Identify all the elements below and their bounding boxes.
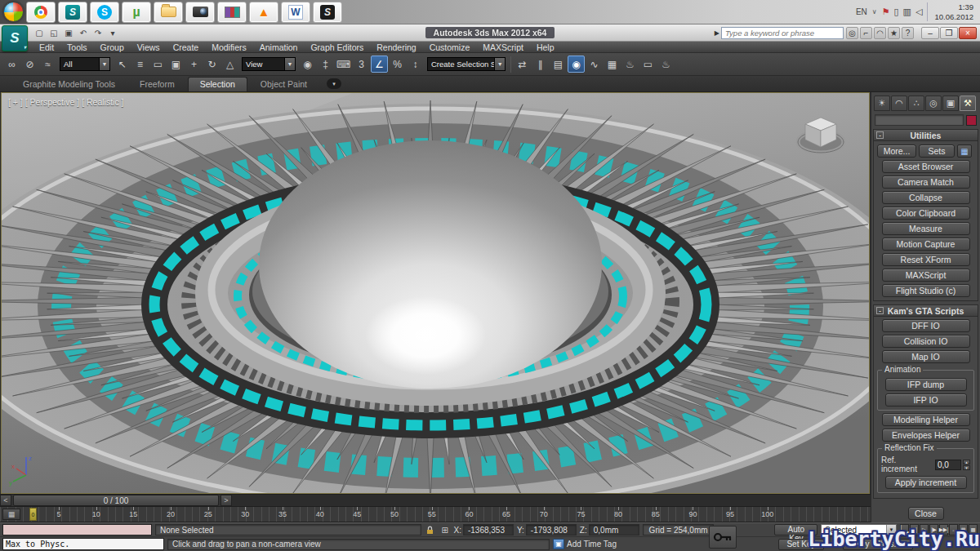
selection-lock-icon[interactable] xyxy=(425,524,436,535)
time-slider-track[interactable] xyxy=(232,495,871,506)
select-and-rotate-icon[interactable]: ↻ xyxy=(203,56,220,73)
curve-editor-icon[interactable]: ∿ xyxy=(586,56,603,73)
spinner-snap-icon[interactable]: ↕ xyxy=(407,56,424,73)
collapse-icon[interactable]: - xyxy=(876,307,884,314)
menu-item[interactable]: Graph Editors xyxy=(304,42,370,52)
search-binoculars-icon[interactable]: ◎ xyxy=(846,27,858,39)
ribbon-options-icon[interactable]: ▾ xyxy=(327,78,341,89)
reference-coordinate-dropdown[interactable]: View▼ xyxy=(242,57,296,71)
minimize-button[interactable]: – xyxy=(921,27,939,39)
application-menu-button[interactable]: S ▾ xyxy=(2,25,28,51)
maxscript-mini-listener-input[interactable]: Max to Physc. xyxy=(2,538,164,550)
rendered-frame-icon[interactable]: ▭ xyxy=(639,56,657,73)
restore-button[interactable]: ❐ xyxy=(940,27,958,39)
utilities-rollout-header[interactable]: - Utilities xyxy=(874,130,978,141)
window-crossing-icon[interactable]: ▣ xyxy=(167,56,185,73)
maxscript-mini-listener[interactable] xyxy=(2,524,152,535)
prev-frame-arrow[interactable]: < xyxy=(0,495,11,506)
modify-tab[interactable]: ◠ xyxy=(891,96,907,111)
open-icon[interactable]: ◱ xyxy=(47,27,60,39)
render-setup-icon[interactable]: ♨ xyxy=(621,56,639,73)
close-utility-button[interactable]: Close xyxy=(908,507,944,520)
help-icon[interactable]: ? xyxy=(902,27,914,39)
align-icon[interactable]: ∥ xyxy=(532,56,549,73)
absolute-mode-icon[interactable]: ⊞ xyxy=(439,524,451,535)
utility-button[interactable]: Collapse xyxy=(882,191,970,204)
language-indicator[interactable]: EN xyxy=(856,7,867,16)
object-color-swatch[interactable] xyxy=(966,115,977,126)
z-coordinate-field[interactable]: 0,0mm xyxy=(589,524,639,535)
utility-button[interactable]: Flight Studio (c) xyxy=(882,284,970,297)
more-button[interactable]: More... xyxy=(877,144,916,158)
io-button[interactable]: DFF IO xyxy=(882,319,970,332)
snaps-toggle-icon[interactable]: 3 xyxy=(353,56,370,73)
y-coordinate-field[interactable]: -1793,808 xyxy=(526,524,577,535)
sets-button[interactable]: Sets xyxy=(919,144,955,158)
utilities-tab[interactable]: ⚒ xyxy=(960,96,976,111)
collapse-icon[interactable]: - xyxy=(876,131,884,139)
keyboard-override-icon[interactable]: ⌨ xyxy=(335,56,352,73)
utility-button[interactable]: Measure xyxy=(882,222,970,235)
folder-icon[interactable] xyxy=(154,2,183,23)
unlink-selection-icon[interactable]: ⊘ xyxy=(21,56,38,73)
close-button[interactable]: × xyxy=(959,27,977,39)
search-input[interactable] xyxy=(721,27,844,39)
menu-item[interactable]: Modifiers xyxy=(205,42,253,52)
selection-filter-dropdown[interactable]: All▼ xyxy=(60,57,110,71)
display-tab[interactable]: ▣ xyxy=(942,96,959,111)
menu-item[interactable]: Customize xyxy=(423,42,477,52)
search-go-icon[interactable]: ▶ xyxy=(715,29,719,37)
select-and-manipulate-icon[interactable]: ‡ xyxy=(317,56,334,73)
ribbon-tab[interactable]: Object Paint xyxy=(249,78,318,91)
layer-manager-icon[interactable]: ▤ xyxy=(550,56,567,73)
utility-button[interactable]: Camera Match xyxy=(882,176,970,189)
utilities-config-icon[interactable]: ▦ xyxy=(957,144,972,158)
ribbon-tab[interactable]: Freeform xyxy=(128,78,186,91)
select-by-name-icon[interactable]: ≡ xyxy=(131,56,149,73)
named-selection-sets-dropdown[interactable]: Create Selection S ▼ xyxy=(427,57,506,71)
material-editor-icon[interactable]: ◉ xyxy=(568,56,585,73)
perspective-viewport[interactable]: [ + ] [ Perspective ] [ Realistic ] z x … xyxy=(1,92,870,494)
io-button[interactable]: Collision IO xyxy=(882,335,970,348)
utility-button[interactable]: Color Clipboard xyxy=(882,207,970,220)
add-time-tag[interactable]: ▣ Add Time Tag xyxy=(553,539,617,549)
object-name-field[interactable] xyxy=(875,114,964,126)
camera-icon[interactable] xyxy=(185,2,215,23)
vlc-icon[interactable]: ▲ xyxy=(249,2,278,23)
menu-item[interactable]: Animation xyxy=(253,42,305,52)
track-bar[interactable]: ▦ 0 510152025303540455055606570758085909… xyxy=(0,507,871,522)
menu-item[interactable]: Create xyxy=(167,42,206,52)
select-and-scale-icon[interactable]: △ xyxy=(221,56,238,73)
rect-selection-region-icon[interactable]: ▭ xyxy=(149,56,167,73)
utorrent-icon[interactable]: µ xyxy=(122,2,151,23)
skype-icon[interactable]: S xyxy=(90,2,119,23)
spinner-up-icon[interactable]: ▲ xyxy=(963,460,970,464)
helper-button[interactable]: Modelling Helper xyxy=(882,413,970,426)
menu-item[interactable]: Edit xyxy=(33,42,60,52)
start-button[interactable] xyxy=(3,2,24,22)
menu-item[interactable]: MAXScript xyxy=(476,42,530,52)
satellite-icon[interactable]: ◠ xyxy=(874,27,886,39)
toggle-set-key-mode-button[interactable] xyxy=(709,526,737,549)
ribbon-tab[interactable]: Selection xyxy=(188,77,247,91)
ribbon-tab[interactable]: Graphite Modeling Tools xyxy=(11,78,127,91)
helper-button[interactable]: Envelopes Helper xyxy=(882,429,970,442)
winrar-icon[interactable] xyxy=(217,2,247,23)
utility-button[interactable]: Motion Capture xyxy=(882,238,970,251)
use-pivot-center-icon[interactable]: ◉ xyxy=(299,56,316,73)
mini-curve-editor-icon[interactable]: ▦ xyxy=(2,509,20,520)
time-slider-thumb[interactable]: 0 / 100 xyxy=(13,495,219,506)
apply-increment-button[interactable]: Apply increment xyxy=(885,476,967,489)
render-production-icon[interactable]: ♨ xyxy=(657,56,675,73)
percent-snap-icon[interactable]: % xyxy=(389,56,406,73)
save-icon[interactable]: ▣ xyxy=(62,27,75,39)
utility-button[interactable]: MAXScript xyxy=(882,269,970,282)
plug-icon[interactable]: ▯ xyxy=(894,7,899,17)
menu-item[interactable]: Views xyxy=(131,42,167,52)
animation-button[interactable]: IFP dump xyxy=(885,378,967,391)
flag-icon[interactable]: ⚑ xyxy=(882,7,890,17)
hierarchy-tab[interactable]: ∴ xyxy=(908,96,924,111)
tray-chevron-icon[interactable]: ∨ xyxy=(872,8,877,16)
volume-icon[interactable]: ◁ xyxy=(915,7,922,17)
clock[interactable]: 1:39 10.06.2012 xyxy=(927,2,977,21)
